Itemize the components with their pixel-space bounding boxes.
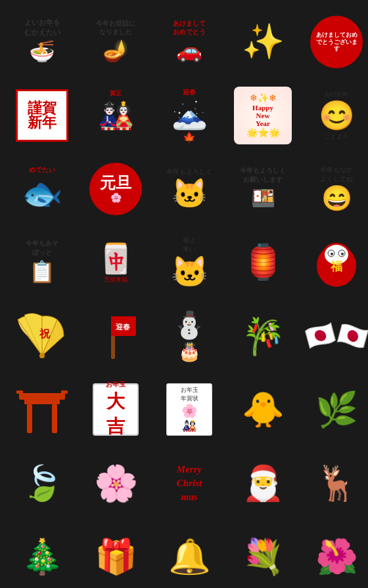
sticker-34[interactable]: 🎅 xyxy=(226,446,300,520)
sticker-4[interactable]: ✨ xyxy=(226,5,300,79)
sticker-35[interactable]: 🦌 xyxy=(300,446,368,520)
sticker-30[interactable]: 🌿 xyxy=(300,373,368,446)
sticker-17[interactable]: 🀄 万担来福 xyxy=(79,226,152,299)
sticker-39[interactable]: 💐 xyxy=(226,520,300,588)
sticker-8[interactable]: 迎春 🗻 🍁 xyxy=(152,79,226,152)
svg-rect-18 xyxy=(52,404,57,433)
sticker-18[interactable]: 福よ来い 🐱 xyxy=(152,226,226,299)
play-together-sticker: 今年もあそぼっと 📋 xyxy=(12,233,72,292)
sticker-5[interactable]: あけましておめでとうございます xyxy=(300,5,368,79)
daruma-svg: 福 xyxy=(312,236,361,289)
sticker-32[interactable]: 🌸 xyxy=(79,446,152,520)
sticker-31[interactable]: 🍃 xyxy=(5,446,79,520)
svg-text:迎春: 迎春 xyxy=(116,323,131,331)
sticker-11[interactable]: めでたい 🐟 xyxy=(5,152,79,226)
sticker-36[interactable]: 🎄 xyxy=(5,520,79,588)
sticker-33[interactable]: MerryChristmas xyxy=(152,446,226,520)
sticker-40[interactable]: 🌺 xyxy=(300,520,368,588)
merry-christmas-sticker: MerryChristmas xyxy=(160,453,219,513)
sticker-24[interactable]: 🎋 xyxy=(226,299,300,373)
svg-rect-17 xyxy=(27,404,32,433)
sticker-23[interactable]: ⛄ 🎂 xyxy=(152,299,226,373)
torii-svg xyxy=(12,385,72,434)
sticker-6[interactable]: 謹賀 新年 xyxy=(5,79,79,152)
sticker-9[interactable]: ❄✨❄ Happy New Year 🌟⭐🌟 xyxy=(226,79,300,152)
sticker-20[interactable]: 福 xyxy=(300,226,368,299)
sticker-37[interactable]: 🎁 xyxy=(79,520,152,588)
sticker-27[interactable]: お年玉 大 吉 xyxy=(79,373,152,446)
sticker-3[interactable]: あけましておめでとう 🚗 xyxy=(152,5,226,79)
sticker-12[interactable]: 元旦 🌸 xyxy=(79,152,152,226)
sticker-10[interactable]: おけおめ 😊 ことよろ xyxy=(300,79,368,152)
happy-new-year-sticker: ❄✨❄ Happy New Year 🌟⭐🌟 xyxy=(234,87,292,144)
svg-rect-16 xyxy=(61,390,68,394)
gantan-circle: 元旦 🌸 xyxy=(89,163,142,215)
svg-point-8 xyxy=(39,353,45,358)
yoroshiku-sticker: 今年もよろしくお願いします 🍱 xyxy=(233,159,292,219)
sticker-19[interactable]: 🏮 xyxy=(226,226,300,299)
sticker-38[interactable]: 🔔 xyxy=(152,520,226,588)
sticker-28[interactable]: お年玉年賀状 🌸 🎎 xyxy=(152,373,226,446)
fan-svg: 祝 xyxy=(14,310,70,362)
sticker-13[interactable]: 本年もよろしく 🐱 xyxy=(152,152,226,226)
sticker-29[interactable]: 🐥 xyxy=(226,373,300,446)
svg-rect-13 xyxy=(19,393,65,400)
svg-point-6 xyxy=(341,253,344,255)
svg-point-5 xyxy=(331,253,333,255)
sticker-16[interactable]: 今年もあそぼっと 📋 xyxy=(5,226,79,299)
sticker-grid: よいお年をむかえたい 🍜 今年お世話になりました 🪔 あけましておめでとう 🚗 … xyxy=(0,0,368,588)
svg-text:祝: 祝 xyxy=(39,327,51,339)
sticker-22[interactable]: 迎春 xyxy=(79,299,152,373)
new-year-circle: あけましておめでとうございます xyxy=(310,16,363,68)
flag-svg: 迎春 xyxy=(93,310,139,362)
sticker-21[interactable]: 祝 xyxy=(5,299,79,373)
sticker-7[interactable]: 🎎 賀正 xyxy=(79,79,152,152)
sticker-26[interactable] xyxy=(5,373,79,446)
svg-rect-14 xyxy=(24,400,60,404)
svg-text:福: 福 xyxy=(330,260,342,273)
sticker-25[interactable]: 🇯🇵 🇯🇵 xyxy=(300,299,368,373)
kinganewnn-card: 謹賀 新年 xyxy=(16,89,68,142)
sticker-14[interactable]: 今年もよろしくお願いします 🍱 xyxy=(226,152,300,226)
sticker-2[interactable]: 今年お世話になりました 🪔 xyxy=(79,5,152,79)
sticker-15[interactable]: 今年もなかよくしてね 😄 xyxy=(300,152,368,226)
svg-rect-15 xyxy=(16,390,23,394)
sticker-1[interactable]: よいお年をむかえたい 🍜 xyxy=(5,5,79,79)
